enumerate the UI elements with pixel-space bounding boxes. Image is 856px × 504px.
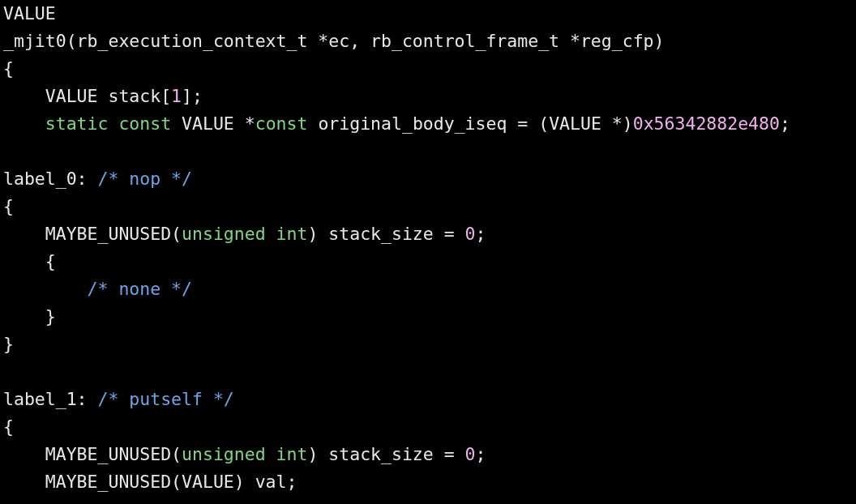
code-line: } bbox=[3, 334, 14, 354]
code-line: { bbox=[3, 58, 14, 79]
code-line: { bbox=[3, 416, 14, 437]
code-line: { bbox=[3, 251, 56, 271]
code-line: { bbox=[3, 196, 14, 216]
code-line: /* none */ bbox=[3, 279, 192, 299]
code-block: VALUE _mjit0(rb_execution_context_t *ec,… bbox=[0, 0, 856, 496]
code-line: MAYBE_UNUSED(VALUE) val; bbox=[3, 472, 297, 492]
code-line: MAYBE_UNUSED(unsigned int) stack_size = … bbox=[3, 224, 486, 244]
code-line bbox=[3, 361, 14, 382]
code-line: MAYBE_UNUSED(unsigned int) stack_size = … bbox=[3, 444, 486, 464]
code-line: static const VALUE *const original_body_… bbox=[3, 113, 790, 134]
code-line bbox=[3, 141, 14, 161]
code-line: label_1: /* putself */ bbox=[3, 389, 234, 409]
code-line: } bbox=[3, 306, 56, 327]
code-line: VALUE stack[1]; bbox=[3, 86, 203, 106]
code-line: label_0: /* nop */ bbox=[3, 169, 192, 189]
code-line: VALUE bbox=[3, 3, 56, 23]
code-line: _mjit0(rb_execution_context_t *ec, rb_co… bbox=[3, 31, 664, 51]
